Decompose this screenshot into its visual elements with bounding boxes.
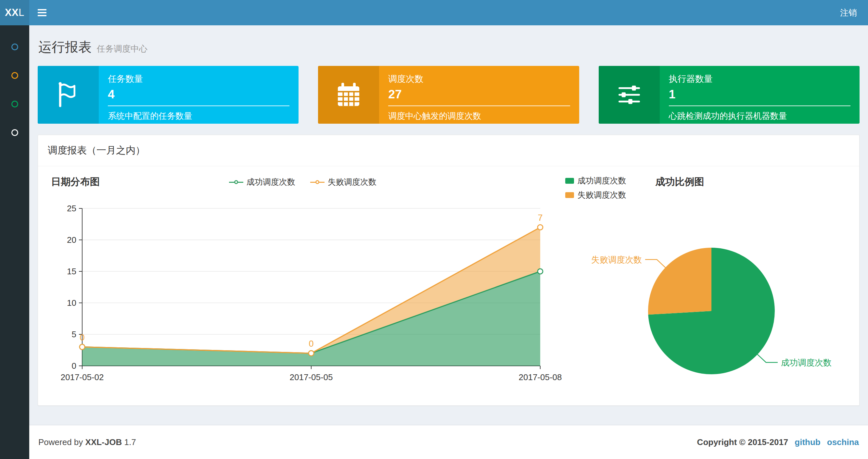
app-logo-text: XX [5,7,19,19]
svg-text:失败调度次数: 失败调度次数 [591,255,642,265]
sidebar-item-3[interactable] [0,90,29,118]
legend-label: 失败调度次数 [328,176,376,187]
sidebar-toggle-button[interactable] [29,0,55,25]
stat-box-body: 任务数量 4 系统中配置的任务数量 [99,66,299,124]
circle-o-icon [11,129,18,136]
logout-link[interactable]: 注销 [829,0,868,25]
svg-text:2017-05-05: 2017-05-05 [290,372,333,382]
app-logo[interactable]: XXL [0,0,29,25]
stat-box-body: 执行器数量 1 心跳检测成功的执行器机器数量 [660,66,860,124]
success-ratio-header: 成功调度次数 失败调度次数 成功比例图 [562,175,854,200]
sliders-icon [615,80,644,109]
svg-text:20: 20 [67,235,76,245]
stat-box-value: 1 [669,88,850,101]
legend-item-fail[interactable]: 失败调度次数 [310,176,376,187]
square-legend-icon [565,178,574,184]
date-distribution-chart[interactable]: 05101520252017-05-022017-05-052017-05-08… [43,192,563,390]
stat-box-executors: 执行器数量 1 心跳检测成功的执行器机器数量 [599,66,860,124]
report-panel: 调度报表（一月之内） 日期分布图 成功调度次数 [38,135,860,406]
powered-by: Powered by XXL-JOB 1.7 [38,437,136,447]
stat-box-title: 任务数量 [108,73,289,85]
svg-text:0: 0 [80,333,85,342]
line-dot-legend-icon [229,179,243,185]
report-panel-body: 日期分布图 成功调度次数 [38,166,859,405]
stat-box-icon-area [599,66,660,124]
date-distribution-title: 日期分布图 [51,175,100,189]
copyright-text: Copyright © 2015-2017 [697,437,788,447]
stat-box-jobs: 任务数量 4 系统中配置的任务数量 [38,66,299,124]
stat-box-value: 4 [108,88,289,101]
stat-box-icon-area [38,66,99,124]
date-distribution-section: 日期分布图 成功调度次数 [43,175,562,394]
content-wrapper: 运行报表 任务调度中心 任务数量 4 系统中配置的任务数量 [0,0,868,406]
svg-text:2017-05-08: 2017-05-08 [519,372,562,382]
stat-box-body: 调度次数 27 调度中心触发的调度次数 [379,66,579,124]
stat-box-caption: 系统中配置的任务数量 [108,106,289,122]
line-chart-legend: 成功调度次数 失败调度次数 [229,176,376,187]
sidebar [0,25,29,459]
line-dot-legend-icon [310,179,324,185]
svg-text:7: 7 [538,213,542,223]
legend-label: 失败调度次数 [577,190,626,200]
hamburger-icon [38,9,46,16]
github-link[interactable]: github [795,437,820,447]
svg-text:成功调度次数: 成功调度次数 [781,358,832,367]
stat-box-caption: 心跳检测成功的执行器机器数量 [669,106,850,122]
date-distribution-header: 日期分布图 成功调度次数 [43,175,562,192]
svg-text:0: 0 [309,339,313,349]
svg-text:0: 0 [72,361,76,371]
stat-boxes-row: 任务数量 4 系统中配置的任务数量 [38,66,860,124]
pie-chart-legend: 成功调度次数 失败调度次数 [565,175,626,200]
svg-text:5: 5 [72,329,76,339]
circle-o-icon [11,43,18,50]
stat-box-value: 27 [388,88,570,101]
stat-box-title: 执行器数量 [669,73,850,85]
svg-text:25: 25 [67,203,76,213]
top-navbar: XXL 注销 [0,0,868,25]
sidebar-item-1[interactable] [0,32,29,61]
legend-item-success[interactable]: 成功调度次数 [229,176,295,187]
legend-label: 成功调度次数 [247,176,295,187]
success-ratio-section: 成功调度次数 失败调度次数 成功比例图 成功调度次数失败调度次数 [562,175,854,394]
footer: Powered by XXL-JOB 1.7 Copyright © 2015-… [29,425,868,459]
success-ratio-title: 成功比例图 [655,175,704,189]
circle-o-icon [11,72,18,79]
footer-right: Copyright © 2015-2017 github oschina [697,437,859,447]
page-subtitle: 任务调度中心 [97,43,148,55]
page-header: 运行报表 任务调度中心 [38,25,860,66]
report-panel-title: 调度报表（一月之内） [38,135,859,166]
navbar-right: 注销 [829,0,868,25]
oschina-link[interactable]: oschina [827,437,859,447]
success-ratio-pie-chart[interactable]: 成功调度次数失败调度次数 [562,212,855,394]
stat-box-triggers: 调度次数 27 调度中心触发的调度次数 [318,66,579,124]
sidebar-item-2[interactable] [0,61,29,90]
product-name: XXL-JOB [86,437,122,447]
legend-item-success[interactable]: 成功调度次数 [565,175,626,186]
product-version: 1.7 [124,437,136,447]
legend-item-fail[interactable]: 失败调度次数 [565,190,626,200]
square-legend-icon [565,192,574,198]
legend-label: 成功调度次数 [577,175,626,186]
stat-box-caption: 调度中心触发的调度次数 [388,106,570,122]
flag-icon [54,80,83,109]
calendar-icon [334,80,363,109]
circle-o-icon [11,101,18,107]
svg-text:2017-05-02: 2017-05-02 [61,372,104,382]
stat-box-title: 调度次数 [388,73,570,85]
stat-box-icon-area [318,66,379,124]
page-title: 运行报表 [38,38,92,56]
svg-text:15: 15 [67,266,76,276]
svg-text:10: 10 [67,298,76,308]
sidebar-item-4[interactable] [0,118,29,147]
